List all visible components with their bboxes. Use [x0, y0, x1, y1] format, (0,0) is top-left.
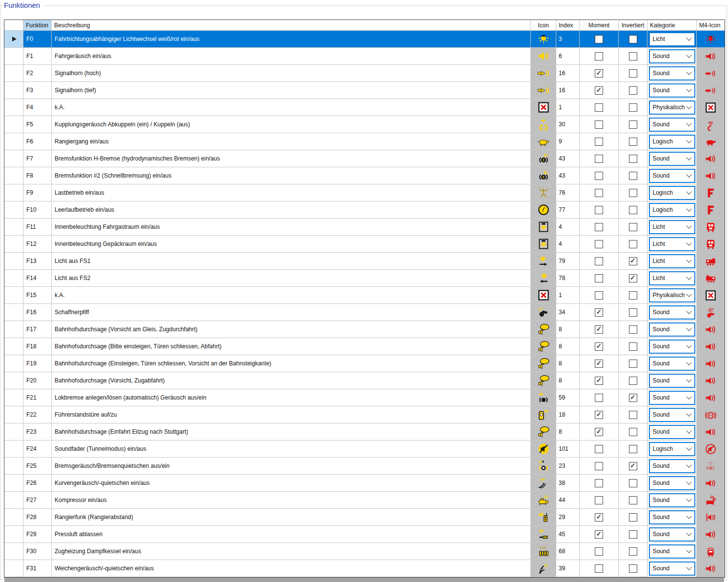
- moment-checkbox[interactable]: [595, 428, 603, 436]
- kategorie-select[interactable]: Logisch: [649, 203, 695, 217]
- invertiert-checkbox[interactable]: [629, 530, 637, 539]
- table-row[interactable]: F13Licht aus FS179Licht: [4, 253, 725, 270]
- invertiert-checkbox[interactable]: [629, 360, 637, 368]
- row-selector-cell[interactable]: [4, 133, 23, 150]
- header-invertiert[interactable]: Invertiert: [619, 20, 647, 31]
- moment-checkbox[interactable]: [595, 462, 603, 470]
- table-row[interactable]: F21Lokbremse anlegen/lösen (automatisch)…: [4, 389, 725, 406]
- invertiert-checkbox[interactable]: [629, 377, 637, 385]
- table-row[interactable]: F26Kurvengeräusch/-quietschen ein/aus38S…: [4, 475, 725, 492]
- moment-checkbox[interactable]: [595, 291, 603, 300]
- row-selector-cell[interactable]: [4, 236, 23, 253]
- kategorie-select[interactable]: Logisch: [649, 186, 695, 200]
- table-row[interactable]: F19Bahnhofsdurchsage (Einsteigen, Türen …: [4, 355, 725, 372]
- kategorie-select[interactable]: Licht: [649, 220, 695, 234]
- header-beschreibung[interactable]: Beschreibung: [52, 20, 531, 31]
- header-icon[interactable]: Icon: [531, 20, 556, 31]
- invertiert-checkbox[interactable]: [629, 103, 637, 112]
- kategorie-select[interactable]: Logisch: [649, 135, 695, 149]
- row-selector-cell[interactable]: [4, 253, 23, 270]
- invertiert-checkbox[interactable]: [629, 189, 637, 197]
- moment-checkbox[interactable]: [595, 377, 603, 385]
- kategorie-select[interactable]: Sound: [649, 510, 695, 524]
- row-selector-cell[interactable]: [4, 458, 23, 475]
- moment-checkbox[interactable]: [595, 496, 603, 504]
- moment-checkbox[interactable]: [595, 86, 603, 95]
- moment-checkbox[interactable]: [595, 479, 603, 487]
- invertiert-checkbox[interactable]: [629, 479, 637, 487]
- kategorie-select[interactable]: Sound: [649, 527, 695, 542]
- moment-checkbox[interactable]: [595, 35, 603, 43]
- table-row[interactable]: F30Zugheizung Dampfkessel ein/aus68Sound: [4, 543, 725, 560]
- table-row[interactable]: F29Pressluft ablassen45Sound: [4, 526, 725, 543]
- row-selector-cell[interactable]: [4, 338, 23, 355]
- invertiert-checkbox[interactable]: [629, 155, 637, 163]
- invertiert-checkbox[interactable]: [629, 496, 637, 504]
- kategorie-select[interactable]: Sound: [649, 66, 695, 80]
- invertiert-checkbox[interactable]: [629, 411, 637, 419]
- table-row[interactable]: F1Fahrgeräusch ein/aus6Sound: [4, 48, 725, 65]
- table-row[interactable]: F6Rangiergang ein/aus9Logisch: [4, 133, 725, 150]
- moment-checkbox[interactable]: [595, 513, 603, 522]
- row-selector-cell[interactable]: [4, 321, 23, 338]
- invertiert-checkbox[interactable]: [629, 547, 637, 556]
- row-selector-cell[interactable]: [4, 423, 23, 441]
- table-row[interactable]: F4k.A.1Physikalisch: [4, 99, 725, 116]
- kategorie-select[interactable]: Licht: [649, 237, 695, 251]
- table-row[interactable]: F9Lastbetrieb ein/aus76Logisch: [4, 184, 725, 201]
- moment-checkbox[interactable]: [595, 52, 603, 60]
- kategorie-select[interactable]: Sound: [649, 152, 695, 166]
- moment-checkbox[interactable]: [595, 325, 603, 334]
- invertiert-checkbox[interactable]: [629, 394, 637, 402]
- invertiert-checkbox[interactable]: [629, 342, 637, 351]
- kategorie-select[interactable]: Sound: [649, 391, 695, 405]
- kategorie-select[interactable]: Sound: [649, 305, 695, 320]
- invertiert-checkbox[interactable]: [629, 291, 637, 300]
- moment-checkbox[interactable]: [595, 547, 603, 556]
- table-row[interactable]: F12Innenbeleuchtung Gepäckraum ein/aus4L…: [4, 236, 725, 253]
- moment-checkbox[interactable]: [595, 530, 603, 539]
- row-selector-cell[interactable]: [4, 355, 23, 372]
- row-selector-cell[interactable]: [4, 219, 23, 236]
- row-selector-cell[interactable]: [4, 201, 23, 219]
- table-row[interactable]: F18Bahnhofsdurchsage (Bitte einsteigen, …: [4, 338, 725, 355]
- moment-checkbox[interactable]: [595, 394, 603, 402]
- kategorie-select[interactable]: Sound: [649, 49, 695, 63]
- moment-checkbox[interactable]: [595, 360, 603, 368]
- kategorie-select[interactable]: Licht: [649, 32, 695, 46]
- kategorie-select[interactable]: Sound: [649, 544, 695, 559]
- moment-checkbox[interactable]: [595, 206, 603, 214]
- table-row[interactable]: F3Signalhorn (tief)16Sound: [4, 82, 725, 99]
- kategorie-select[interactable]: Sound: [649, 83, 695, 98]
- row-selector-cell[interactable]: [4, 475, 23, 492]
- kategorie-select[interactable]: Licht: [649, 254, 695, 268]
- kategorie-select[interactable]: Licht: [649, 271, 695, 285]
- table-row[interactable]: F11Innenbeleuchtung Fahrgastraum ein/aus…: [4, 219, 725, 236]
- invertiert-checkbox[interactable]: [629, 69, 637, 78]
- table-row[interactable]: F20Bahnhofsdurchsage (Vorsicht, Zugabfah…: [4, 372, 725, 389]
- moment-checkbox[interactable]: [595, 189, 603, 197]
- kategorie-select[interactable]: Sound: [649, 459, 695, 473]
- kategorie-select[interactable]: Sound: [649, 408, 695, 422]
- table-row[interactable]: F0Fahrtrichtungsabhängiger Lichtwechsel …: [4, 31, 725, 48]
- invertiert-checkbox[interactable]: [629, 206, 637, 214]
- kategorie-select[interactable]: Sound: [649, 118, 695, 132]
- moment-checkbox[interactable]: [595, 342, 603, 351]
- table-row[interactable]: F16Schaffnerpfiff34Sound: [4, 304, 725, 321]
- kategorie-select[interactable]: Logisch: [649, 442, 695, 456]
- row-selector-cell[interactable]: [4, 48, 23, 65]
- moment-checkbox[interactable]: [595, 69, 603, 78]
- invertiert-checkbox[interactable]: [629, 240, 637, 248]
- invertiert-checkbox[interactable]: [629, 308, 637, 317]
- invertiert-checkbox[interactable]: [629, 35, 637, 43]
- row-selector-cell[interactable]: [4, 82, 23, 99]
- moment-checkbox[interactable]: [595, 257, 603, 265]
- table-row[interactable]: F10Leerlaufbetrieb ein/aus77Logisch: [4, 201, 725, 219]
- row-selector-cell[interactable]: [4, 492, 23, 509]
- moment-checkbox[interactable]: [595, 155, 603, 163]
- kategorie-select[interactable]: Physikalisch: [649, 288, 695, 302]
- row-selector-cell[interactable]: [4, 389, 23, 406]
- moment-checkbox[interactable]: [595, 308, 603, 317]
- table-row[interactable]: F22Führerstandstüre auf/zu18Sound: [4, 406, 725, 423]
- table-row[interactable]: F5Kupplungsgeräusch Abkuppeln (ein) / Ku…: [4, 116, 725, 133]
